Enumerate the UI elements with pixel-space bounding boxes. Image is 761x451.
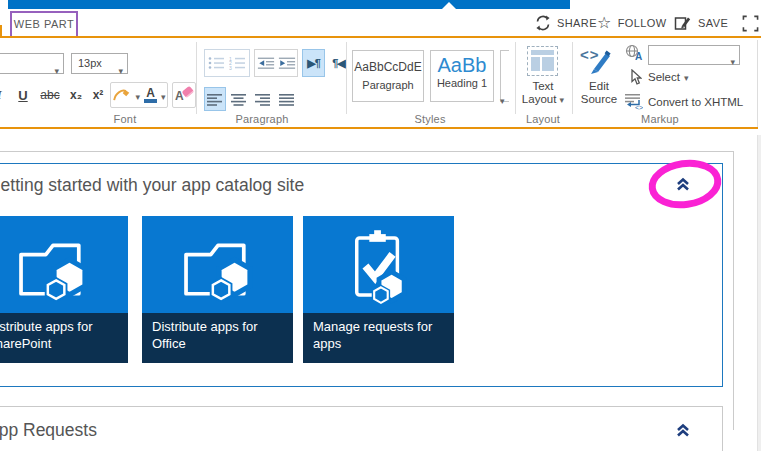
underline-button[interactable]: U bbox=[12, 84, 34, 106]
follow-button[interactable]: ☆ FOLLOW bbox=[597, 13, 667, 33]
subscript-button[interactable]: x₂ bbox=[66, 84, 86, 106]
highlight-pen-icon[interactable] bbox=[112, 87, 131, 103]
text-layout-line1: Text bbox=[515, 80, 571, 93]
align-left-button[interactable] bbox=[204, 87, 226, 111]
numbered-list-icon[interactable]: 123 bbox=[229, 56, 247, 70]
collapse-getting-started-button[interactable] bbox=[670, 174, 696, 194]
left-tab-fragment bbox=[0, 25, 2, 36]
increase-indent-icon[interactable] bbox=[278, 56, 296, 70]
align-right-icon bbox=[255, 93, 271, 106]
tile-distribute-sharepoint[interactable]: Distribute apps for SharePoint bbox=[0, 216, 128, 363]
ribbon-right-divider bbox=[757, 40, 758, 127]
layout-group-label: Layout bbox=[513, 113, 573, 125]
tile-manage-requests[interactable]: Manage requests for apps bbox=[303, 216, 454, 363]
text-layout-icon[interactable] bbox=[527, 46, 558, 76]
ltr-icon: ▶¶ bbox=[307, 57, 320, 70]
suite-bar bbox=[8, 0, 570, 9]
tile-distribute-office[interactable]: Distribute apps for Office bbox=[142, 216, 293, 363]
convert-xhtml-icon[interactable]: <> bbox=[623, 93, 643, 110]
styles-more-chevron[interactable] bbox=[500, 90, 505, 108]
list-buttons-group: 123 bbox=[204, 49, 250, 77]
collapse-app-requests-button[interactable] bbox=[670, 420, 696, 440]
chevron-down-icon bbox=[118, 60, 123, 78]
layout-col-2 bbox=[542, 57, 554, 71]
style-preview: AaBbCcDdE bbox=[353, 60, 423, 74]
style-paragraph[interactable]: AaBbCcDdE Paragraph bbox=[352, 50, 424, 102]
svg-text:A: A bbox=[635, 51, 642, 61]
chevron-down-icon[interactable] bbox=[135, 86, 140, 104]
convert-xhtml-button[interactable]: Convert to XHTML bbox=[648, 96, 743, 108]
save-label: SAVE bbox=[698, 17, 728, 29]
ribbon-tab-underline bbox=[0, 36, 761, 38]
follow-label: FOLLOW bbox=[618, 17, 667, 29]
ribbon-bottom-border bbox=[0, 127, 758, 129]
clipboard-check-icon bbox=[349, 228, 409, 306]
getting-started-title: Getting started with your app catalog si… bbox=[0, 175, 304, 196]
save-button[interactable]: SAVE bbox=[674, 13, 728, 33]
chevron-down-icon bbox=[560, 93, 565, 105]
share-icon bbox=[535, 15, 551, 31]
webpart-zone-right-border bbox=[733, 151, 734, 430]
font-size-dropdown[interactable]: 13px bbox=[71, 53, 128, 74]
font-size-value: 13px bbox=[78, 57, 102, 69]
font-group-label: Font bbox=[85, 113, 165, 125]
edit-source-line2: Source bbox=[576, 93, 622, 106]
decrease-indent-icon[interactable] bbox=[257, 56, 275, 70]
align-center-button[interactable] bbox=[228, 87, 250, 111]
justify-button[interactable] bbox=[276, 87, 298, 111]
markup-group-label: Markup bbox=[625, 113, 695, 125]
layout-header-bar bbox=[531, 50, 554, 55]
select-pointer-icon[interactable] bbox=[629, 69, 642, 86]
folder-app-icon bbox=[16, 236, 90, 302]
chevron-down-icon bbox=[54, 60, 59, 78]
group-divider bbox=[346, 42, 347, 114]
chevron-down-icon bbox=[684, 71, 689, 83]
rtl-icon: ¶◀ bbox=[332, 57, 345, 70]
language-globe-icon[interactable]: A bbox=[625, 44, 644, 61]
justify-icon bbox=[279, 93, 295, 106]
text-layout-button[interactable]: Text Layout bbox=[515, 80, 571, 106]
font-color-button[interactable]: A bbox=[144, 88, 157, 103]
share-button[interactable]: SHARE bbox=[535, 13, 597, 33]
select-button[interactable]: Select bbox=[648, 71, 689, 83]
svg-text:3: 3 bbox=[229, 65, 232, 71]
chevron-down-icon bbox=[730, 51, 735, 69]
tile-caption-strip: Manage requests for apps bbox=[303, 313, 454, 363]
align-center-icon bbox=[231, 93, 247, 106]
svg-text:<>: <> bbox=[635, 104, 643, 111]
webpart-zone-top-border bbox=[0, 151, 733, 152]
style-heading1[interactable]: AaBb Heading 1 bbox=[430, 50, 494, 102]
eraser-icon: A bbox=[175, 87, 193, 103]
group-divider bbox=[572, 42, 573, 114]
tile-label: Distribute apps for Office bbox=[152, 319, 289, 352]
italic-button[interactable]: I bbox=[0, 84, 5, 106]
strikethrough-button[interactable]: abc bbox=[36, 84, 64, 106]
align-right-button[interactable] bbox=[252, 87, 274, 111]
scrollbar-track[interactable] bbox=[757, 135, 761, 451]
font-name-dropdown[interactable] bbox=[0, 53, 64, 74]
tile-caption-strip: Distribute apps for Office bbox=[142, 313, 293, 363]
sharepoint-editor-screen: WEB PART SHARE ☆ FOLLOW SAVE 13px I U ab… bbox=[0, 0, 761, 451]
tile-icon-wrap bbox=[303, 228, 454, 306]
chevron-down-icon[interactable] bbox=[161, 86, 166, 104]
edit-source-button[interactable]: Edit Source bbox=[576, 80, 622, 106]
ltr-direction-button[interactable]: ▶¶ bbox=[302, 49, 325, 77]
tile-caption-strip: Distribute apps for SharePoint bbox=[0, 313, 128, 363]
superscript-button[interactable]: x² bbox=[88, 84, 108, 106]
font-color-letter: A bbox=[144, 88, 157, 99]
style-preview: AaBb bbox=[431, 54, 493, 76]
collapse-chevron-icon bbox=[675, 423, 691, 438]
edit-source-icon[interactable]: <> bbox=[580, 45, 618, 77]
language-dropdown[interactable] bbox=[648, 45, 740, 65]
focus-mode-button[interactable] bbox=[742, 13, 759, 33]
bullet-list-icon[interactable] bbox=[208, 56, 226, 70]
tile-icon-wrap bbox=[142, 236, 293, 302]
focus-icon bbox=[742, 15, 759, 32]
select-label: Select bbox=[648, 71, 680, 83]
share-label: SHARE bbox=[557, 17, 597, 29]
folder-app-icon bbox=[181, 236, 255, 302]
tab-web-part[interactable]: WEB PART bbox=[10, 11, 78, 36]
style-name: Paragraph bbox=[353, 79, 423, 91]
save-icon bbox=[674, 15, 692, 31]
clear-format-button[interactable]: A bbox=[172, 82, 196, 108]
